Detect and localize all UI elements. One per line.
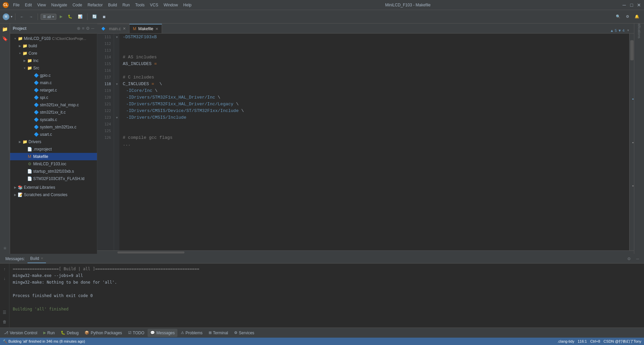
run-with-coverage-button[interactable]: 📊: [76, 12, 85, 21]
notifications-button[interactable]: 🔔: [633, 12, 641, 21]
panel-locate-icon[interactable]: ⊕: [77, 26, 80, 31]
menu-vcs[interactable]: VCS: [148, 2, 161, 8]
core-expand-arrow[interactable]: ▾: [17, 51, 22, 56]
tab-main-c[interactable]: 🔷 main.c ✕: [97, 24, 129, 33]
menu-file[interactable]: File: [11, 2, 22, 8]
tree-item-core[interactable]: ▾ 📁 Core: [10, 50, 97, 57]
update-project-button[interactable]: 🔄: [90, 12, 99, 21]
sidebar-structure-icon[interactable]: ≡: [1, 244, 9, 252]
menu-help[interactable]: Help: [181, 2, 194, 8]
menu-build[interactable]: Build: [106, 2, 119, 8]
notifications-panel-icon[interactable]: Notifications: [635, 25, 644, 34]
stop-button[interactable]: ⏹: [100, 12, 108, 21]
fold-123[interactable]: ▾: [114, 114, 119, 121]
h-scrollbar-thumb[interactable]: [117, 251, 184, 253]
build-scroll-up-icon[interactable]: ↑: [0, 265, 9, 274]
code-editor[interactable]: -DSTM32F103xB # AS includes AS_INCLUDES …: [119, 34, 629, 250]
ext-libs-expand-arrow[interactable]: ▶: [13, 185, 17, 190]
tree-item-ioc[interactable]: ⚙ MiniLCD_F103.ioc: [10, 160, 97, 168]
build-clear-icon[interactable]: 🗑: [0, 318, 9, 326]
btn-messages[interactable]: 💬 Messages: [148, 329, 177, 337]
tree-item-build[interactable]: ▶ 📁 build: [10, 42, 97, 50]
error-indicator-arrow[interactable]: ▾: [627, 28, 629, 33]
menu-run[interactable]: Run: [120, 2, 132, 8]
fold-118[interactable]: ▾: [114, 80, 119, 87]
btn-python-packages[interactable]: 📦 Python Packages: [82, 329, 124, 337]
bottom-settings-btn[interactable]: ⚙: [625, 255, 633, 263]
root-expand-arrow[interactable]: ▾: [13, 36, 17, 41]
build-scroll-down-icon[interactable]: ↓: [0, 274, 9, 283]
tree-item-external-libs[interactable]: ▶ 📚 External Libraries: [10, 184, 97, 191]
build-filter-icon[interactable]: ☰: [0, 308, 9, 317]
tab-build[interactable]: Build ✕: [28, 254, 46, 263]
btn-debug[interactable]: 🐛 Debug: [58, 329, 81, 337]
cursor-position[interactable]: 116:1: [578, 339, 587, 344]
scratches-expand-arrow[interactable]: ▶: [13, 192, 17, 197]
tab-makefile-close[interactable]: ✕: [155, 27, 158, 31]
debug-button[interactable]: 🐛: [66, 12, 74, 21]
panel-hide-icon[interactable]: ─: [91, 26, 94, 31]
menu-refactor[interactable]: Refactor: [85, 2, 105, 8]
tree-item-scratches[interactable]: ▶ 📝 Scratches and Consoles: [10, 191, 97, 198]
maximize-button[interactable]: □: [629, 3, 634, 7]
sidebar-bookmarks-icon[interactable]: 🔖: [1, 34, 9, 43]
tree-item-ld[interactable]: 📄 STM32F103C8Tx_FLASH.ld: [10, 175, 97, 182]
close-button[interactable]: ✕: [637, 3, 641, 7]
search-button[interactable]: 🔍: [614, 12, 623, 21]
fold-111[interactable]: ▾: [114, 34, 119, 40]
back-button[interactable]: ←: [18, 12, 26, 21]
src-expand-arrow[interactable]: ▾: [22, 66, 27, 70]
btn-todo[interactable]: ☑ TODO: [125, 329, 147, 337]
btn-terminal[interactable]: ⊞ Terminal: [206, 329, 231, 337]
user-dropdown-icon[interactable]: ▾: [11, 15, 12, 18]
tree-item-main[interactable]: 🔷 main.c: [10, 79, 97, 87]
menu-tools[interactable]: Tools: [133, 2, 147, 8]
btn-services[interactable]: ⚙ Services: [231, 329, 257, 337]
sidebar-project-icon[interactable]: 📁: [1, 25, 9, 34]
drivers-expand-arrow[interactable]: ▶: [17, 139, 22, 144]
panel-settings-icon[interactable]: ⚙: [86, 26, 90, 31]
tree-item-startup[interactable]: 📄 startup_stm32f103xb.s: [10, 168, 97, 175]
menu-window[interactable]: Window: [161, 2, 180, 8]
run-tool-label: Run: [47, 331, 55, 335]
minimize-button[interactable]: ─: [622, 3, 627, 7]
encoding-status[interactable]: Ctrl+8: [590, 339, 600, 344]
menu-code[interactable]: Code: [70, 2, 85, 8]
build-tab-close[interactable]: ✕: [41, 256, 43, 260]
tree-item-retarget[interactable]: 🔷 retarget.c: [10, 87, 97, 94]
tree-item-syscalls[interactable]: 🔷 syscalls.c: [10, 116, 97, 123]
tree-item-system[interactable]: 🔷 system_stm32f1xx.c: [10, 123, 97, 131]
tab-makefile[interactable]: M Makefile ✕: [129, 24, 162, 33]
tab-main-c-close[interactable]: ✕: [123, 26, 126, 31]
menu-edit[interactable]: Edit: [22, 2, 34, 8]
build-expand-arrow[interactable]: ▶: [17, 44, 22, 48]
btn-version-control[interactable]: ⎇ Version Control: [1, 329, 40, 337]
settings-button[interactable]: ⚙: [624, 12, 631, 21]
forward-button[interactable]: →: [27, 12, 35, 21]
tree-item-src[interactable]: ▾ 📁 Src: [10, 64, 97, 72]
tree-root[interactable]: ▾ 📁 MiniLCD_F103 C:\Clion\ClionProje...: [10, 35, 97, 42]
tree-item-spi[interactable]: 🔷 spi.c: [10, 94, 97, 101]
tree-item-inc[interactable]: ▶ 📁 Inc: [10, 57, 97, 64]
tree-item-makefile[interactable]: M Makefile: [10, 153, 97, 160]
scrollbar-thumb[interactable]: [630, 40, 634, 60]
tree-item-usart[interactable]: 🔷 usart.c: [10, 131, 97, 138]
horizontal-scrollbar[interactable]: [97, 250, 634, 254]
root-name: MiniLCD_F103: [24, 36, 51, 41]
build-config-dropdown[interactable]: ☰ all ▾: [41, 14, 56, 20]
btn-problems[interactable]: ⚠ Problems: [178, 329, 205, 337]
bottom-hide-btn[interactable]: ─: [634, 255, 641, 263]
menu-view[interactable]: View: [35, 2, 48, 8]
tree-item-mxproject[interactable]: 📄 .mxproject: [10, 146, 97, 153]
build-folder-icon: 📁: [22, 43, 28, 49]
tree-item-gpio[interactable]: 🔷 gpio.c: [10, 72, 97, 79]
tree-item-drivers[interactable]: ▶ 📁 Drivers: [10, 138, 97, 146]
editor-scrollbar[interactable]: [629, 34, 634, 250]
panel-collapse-icon[interactable]: ≡: [82, 26, 85, 31]
menu-navigate[interactable]: Navigate: [49, 2, 69, 8]
tree-item-it[interactable]: 🔷 stm32f1xx_it.c: [10, 109, 97, 116]
inc-expand-arrow[interactable]: ▶: [22, 58, 27, 63]
tree-item-hal-msp[interactable]: 🔷 stm32f1xx_hal_msp.c: [10, 101, 97, 109]
btn-run[interactable]: ▶ Run: [41, 329, 57, 337]
run-button[interactable]: ▶: [58, 12, 64, 21]
